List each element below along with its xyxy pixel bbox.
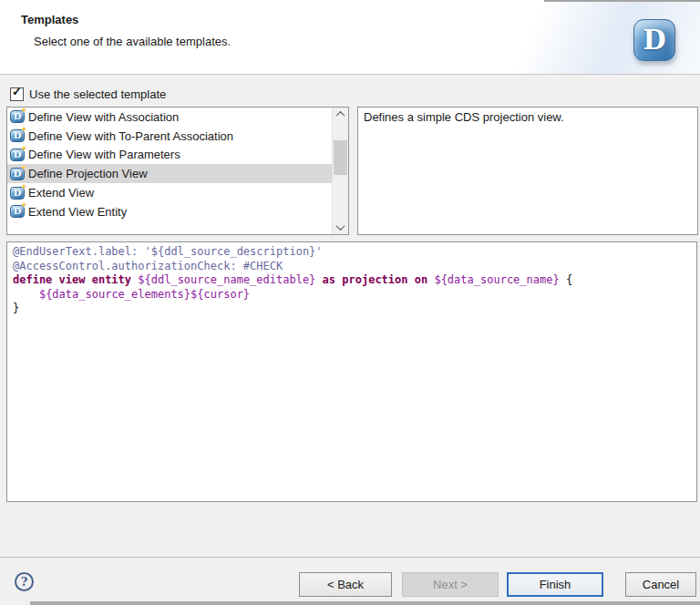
new-star-icon: ✦ bbox=[20, 201, 27, 210]
next-button: Next > bbox=[402, 572, 499, 597]
ddl-template-icon: D✦ bbox=[10, 205, 25, 218]
template-list-item[interactable]: D✦Define View with Parameters bbox=[7, 146, 348, 165]
wizard-banner: Templates Select one of the available te… bbox=[0, 0, 700, 74]
new-star-icon: ✦ bbox=[20, 183, 27, 191]
cancel-button[interactable]: Cancel bbox=[625, 572, 696, 597]
window-bottom-edge bbox=[30, 601, 700, 605]
template-item-label: Define View with Association bbox=[28, 110, 179, 124]
new-star-icon: ✦ bbox=[20, 107, 27, 115]
chevron-up-icon bbox=[336, 111, 345, 120]
use-template-checkbox[interactable]: ✓ bbox=[10, 87, 24, 101]
template-list-item[interactable]: D✦Define Projection View bbox=[7, 164, 348, 183]
template-list-item[interactable]: D✦Define View with To-Parent Association bbox=[7, 127, 348, 146]
ddl-template-icon: D✦ bbox=[10, 129, 25, 142]
template-list-item[interactable]: D✦Extend View bbox=[7, 183, 348, 202]
template-item-label: Extend View bbox=[28, 186, 94, 200]
scrollbar-thumb[interactable] bbox=[334, 140, 347, 175]
ddl-source-icon: D bbox=[633, 19, 675, 61]
scroll-up-button[interactable] bbox=[333, 108, 348, 121]
ddl-template-icon: D✦ bbox=[10, 110, 25, 123]
template-item-label: Extend View Entity bbox=[28, 205, 127, 219]
footer-separator bbox=[0, 557, 700, 558]
ddl-template-icon: D✦ bbox=[10, 149, 25, 161]
banner-separator bbox=[0, 74, 700, 75]
template-item-label: Define Projection View bbox=[28, 167, 148, 180]
checkmark-icon: ✓ bbox=[12, 86, 22, 97]
template-description-text: Defines a simple CDS projection view. bbox=[364, 110, 564, 124]
template-item-label: Define View with Parameters bbox=[28, 148, 180, 161]
code-line: define view entity ${ddl_source_name_edi… bbox=[13, 273, 691, 288]
template-description-panel: Defines a simple CDS projection view. bbox=[357, 107, 698, 235]
template-list-rows: D✦Define View with AssociationD✦Define V… bbox=[7, 108, 348, 221]
use-template-label[interactable]: Use the selected template bbox=[29, 87, 166, 101]
ddl-template-icon: D✦ bbox=[10, 168, 25, 180]
template-item-label: Define View with To-Parent Association bbox=[28, 129, 233, 143]
new-star-icon: ✦ bbox=[20, 164, 27, 172]
code-line: } bbox=[13, 302, 691, 316]
template-list-item[interactable]: D✦Define View with Association bbox=[7, 108, 348, 127]
code-line: @EndUserText.label: '${ddl_source_descri… bbox=[13, 245, 691, 260]
template-preview[interactable]: @EndUserText.label: '${ddl_source_descri… bbox=[6, 241, 697, 502]
help-button[interactable]: ? bbox=[15, 572, 34, 591]
new-ddl-source-wizard-templates-page: Templates Select one of the available te… bbox=[0, 0, 700, 605]
window-top-edge bbox=[544, 0, 700, 2]
template-list[interactable]: D✦Define View with AssociationD✦Define V… bbox=[6, 107, 349, 235]
use-template-row: ✓ Use the selected template bbox=[10, 87, 166, 101]
page-subtitle: Select one of the available templates. bbox=[34, 35, 231, 48]
help-label: ? bbox=[21, 575, 28, 589]
ddl-template-icon: D✦ bbox=[10, 187, 25, 200]
back-button[interactable]: < Back bbox=[299, 572, 392, 597]
code-line: @AccessControl.authorizationCheck: #CHEC… bbox=[13, 260, 691, 274]
page-title: Templates bbox=[21, 13, 78, 26]
code-line: ${data_source_elements}${cursor} bbox=[13, 288, 691, 302]
finish-button[interactable]: Finish bbox=[507, 572, 603, 597]
chevron-down-icon bbox=[336, 221, 345, 231]
template-list-scrollbar[interactable] bbox=[332, 108, 348, 234]
new-star-icon: ✦ bbox=[20, 126, 27, 134]
template-list-item[interactable]: D✦Extend View Entity bbox=[7, 202, 348, 221]
new-star-icon: ✦ bbox=[20, 145, 27, 153]
scroll-down-button[interactable] bbox=[333, 220, 348, 234]
